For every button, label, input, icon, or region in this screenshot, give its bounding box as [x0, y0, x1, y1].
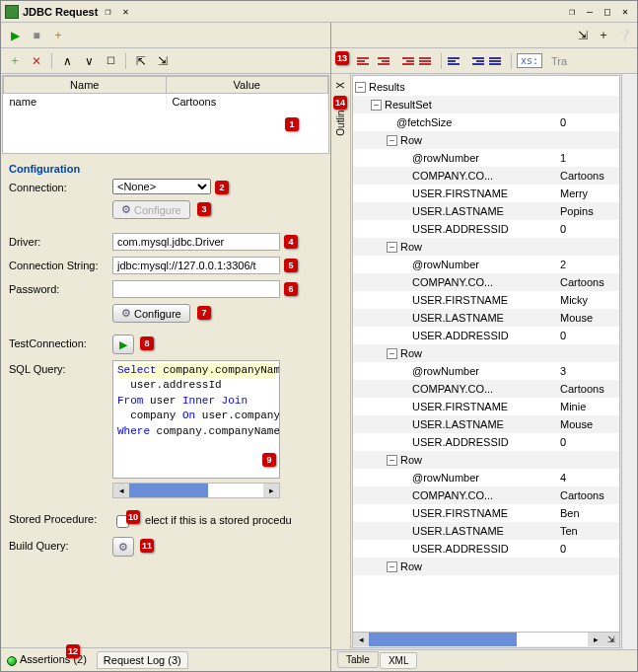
tree-key[interactable]: USER.ADDRESSID [412, 223, 509, 235]
right-toolbar-2: 13 xs: Tra [331, 48, 637, 74]
tree-key[interactable]: @rowNumber [412, 472, 479, 484]
restore-icon-right[interactable]: ❐ [564, 5, 580, 19]
tree-key[interactable]: COMPANY.CO... [412, 170, 493, 182]
align-justify-icon[interactable] [418, 53, 436, 69]
expander-icon[interactable]: − [387, 455, 397, 466]
tree-key[interactable]: @rowNumber [412, 365, 479, 377]
tree-key[interactable]: USER.FIRSTNAME [412, 187, 508, 199]
maximize-icon[interactable]: □ [600, 5, 615, 19]
password-input[interactable] [112, 280, 280, 298]
transform-button[interactable]: Tra [551, 55, 567, 67]
tree-key[interactable]: USER.ADDRESSID [412, 330, 509, 341]
sql-editor[interactable]: Select company.companyNam user.addressId… [112, 360, 280, 479]
tree-key[interactable]: Row [400, 454, 422, 466]
expander-icon[interactable]: − [387, 561, 397, 572]
sql-scrollbar-h[interactable]: ◂ ▸ [112, 483, 280, 498]
callout-5: 5 [284, 259, 298, 272]
callout-2: 2 [215, 181, 229, 194]
grid-header-name[interactable]: Name [4, 77, 167, 94]
scroll-left-icon[interactable]: ◂ [113, 484, 129, 497]
expander-icon[interactable]: − [387, 135, 397, 146]
tree-key[interactable]: USER.ADDRESSID [412, 543, 509, 555]
configure-connection-button[interactable]: ⚙Configure [112, 200, 190, 219]
connection-label: Connection: [9, 179, 112, 193]
move-down-icon[interactable]: ∨ [80, 52, 98, 70]
tree-key[interactable]: COMPANY.CO... [412, 276, 493, 288]
scroll-left-icon[interactable]: ◂ [353, 633, 369, 646]
tree-value: 0 [560, 223, 619, 235]
clear-icon[interactable]: ☐ [102, 52, 119, 70]
driver-input[interactable] [112, 233, 280, 251]
run-icon[interactable]: ▶ [6, 27, 24, 44]
remove-row-icon[interactable]: ✕ [28, 52, 45, 70]
expander-icon[interactable]: − [387, 242, 397, 253]
tree-key[interactable]: COMPANY.CO... [412, 489, 493, 501]
grid-header-value[interactable]: Value [166, 77, 328, 94]
configure-driver-button[interactable]: ⚙Configure [112, 304, 190, 323]
help-icon[interactable]: ❔ [615, 27, 633, 44]
tree-key[interactable]: USER.LASTNAME [412, 525, 504, 537]
close-icon-left[interactable]: ✕ [117, 5, 133, 19]
tree-key[interactable]: USER.LASTNAME [412, 418, 504, 430]
gear-icon: ⚙ [121, 203, 131, 216]
restore-icon-left[interactable]: ❐ [100, 5, 115, 19]
grid-row[interactable]: name Cartoons [4, 94, 328, 111]
indent-left-icon[interactable] [447, 53, 464, 69]
outdent-icon[interactable] [488, 53, 506, 69]
indent-right-icon[interactable] [467, 53, 485, 69]
tree-key[interactable]: USER.LASTNAME [412, 205, 504, 217]
play-icon: ▶ [119, 338, 127, 351]
minimize-icon[interactable]: — [582, 5, 598, 19]
results-tree[interactable]: −Results −ResultSet @fetchSize0 −Row@row… [352, 75, 620, 648]
expander-icon[interactable]: − [371, 100, 382, 111]
move-up-icon[interactable]: ∧ [58, 52, 76, 70]
tree-value: Ben [560, 507, 619, 519]
name-value-grid[interactable]: Name Value name Cartoons 1 [2, 75, 329, 154]
xml-vert-tab[interactable]: X [333, 78, 348, 93]
align-right-icon[interactable] [397, 53, 415, 69]
tree-key[interactable]: USER.FIRSTNAME [412, 507, 508, 519]
expander-icon[interactable]: − [355, 82, 366, 93]
tree-key[interactable]: USER.ADDRESSID [412, 436, 509, 448]
load-icon[interactable]: ⇱ [132, 52, 150, 70]
tree-key[interactable]: @rowNumber [412, 152, 479, 164]
tree-key[interactable]: @rowNumber [412, 259, 479, 270]
tree-value: Cartoons [560, 170, 619, 182]
xml-tab[interactable]: XML [380, 652, 418, 669]
tree-key[interactable]: Row [400, 347, 422, 359]
connection-select[interactable]: <None> [112, 179, 211, 194]
add-icon-right[interactable]: ＋ [595, 27, 612, 44]
request-log-tab[interactable]: Request Log (3) [97, 651, 188, 669]
table-tab[interactable]: Table [337, 651, 379, 668]
add-row-icon[interactable]: ＋ [6, 52, 24, 70]
tree-value: Merry [560, 187, 619, 199]
callout-3: 3 [197, 202, 211, 216]
tree-key[interactable]: COMPANY.CO... [412, 383, 493, 395]
build-query-button[interactable]: ⚙ [112, 537, 134, 557]
scroll-right-icon[interactable]: ▸ [588, 633, 603, 646]
collapse-icon[interactable]: ⇲ [574, 27, 592, 44]
tree-key[interactable]: USER.FIRSTNAME [412, 294, 508, 306]
tree-key[interactable]: USER.FIRSTNAME [412, 401, 508, 412]
tree-value: 0 [560, 543, 619, 555]
test-connection-button[interactable]: ▶ [112, 335, 134, 354]
tree-scrollbar-h[interactable]: ◂ ▸ ⇲ [353, 632, 619, 647]
align-left-icon[interactable] [356, 53, 374, 69]
scroll-right-icon[interactable]: ▸ [263, 484, 279, 497]
connstr-input[interactable] [112, 257, 280, 274]
tree-scroll[interactable]: −Results −ResultSet @fetchSize0 −Row@row… [353, 76, 619, 632]
gear-icon: ⚙ [121, 307, 131, 320]
stop-icon[interactable]: ■ [28, 27, 45, 44]
status-led-icon [7, 656, 17, 666]
align-center-icon[interactable] [377, 53, 394, 69]
tree-key[interactable]: USER.LASTNAME [412, 312, 504, 324]
xs-button[interactable]: xs: [517, 53, 542, 68]
save-icon[interactable]: ⇲ [154, 52, 172, 70]
tree-key[interactable]: Row [400, 134, 422, 146]
callout-1: 1 [285, 117, 299, 131]
close-icon-right[interactable]: ✕ [617, 5, 633, 19]
expander-icon[interactable]: − [387, 348, 397, 359]
tree-key[interactable]: Row [400, 241, 422, 253]
tree-scrollbar-v[interactable] [621, 74, 637, 649]
add-icon[interactable]: ＋ [49, 27, 67, 44]
